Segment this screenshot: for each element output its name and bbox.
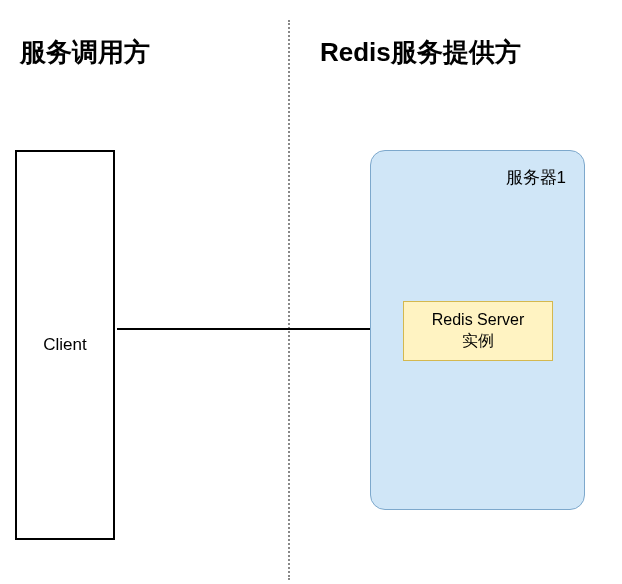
redis-label-line1: Redis Server — [432, 310, 524, 331]
caller-heading: 服务调用方 — [20, 35, 150, 70]
arrow-line — [117, 328, 397, 330]
redis-label-line2: 实例 — [462, 331, 494, 352]
server-container-label: 服务器1 — [506, 166, 566, 189]
redis-instance-box: Redis Server 实例 — [403, 301, 553, 361]
provider-heading: Redis服务提供方 — [320, 35, 521, 70]
client-label: Client — [43, 335, 86, 355]
client-box: Client — [15, 150, 115, 540]
vertical-divider — [288, 20, 290, 580]
server-container: 服务器1 Redis Server 实例 — [370, 150, 585, 510]
